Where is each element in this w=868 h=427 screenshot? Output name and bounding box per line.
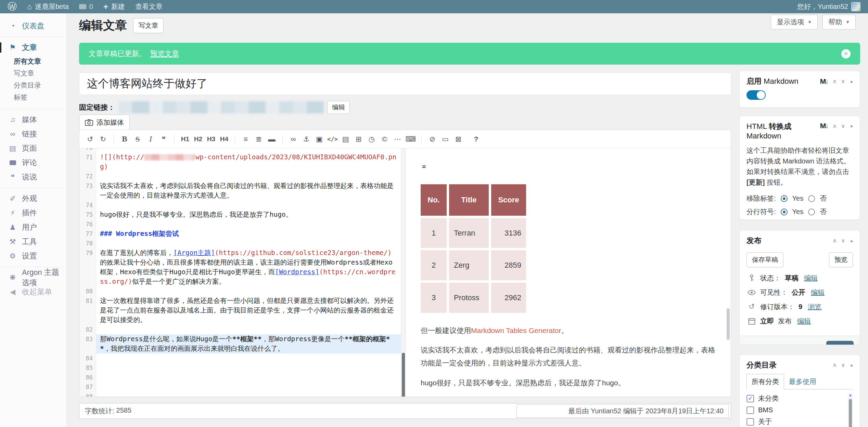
sidebar-item-外观[interactable]: ✐外观 (0, 191, 66, 206)
code-block-icon[interactable]: ▤ (339, 132, 352, 146)
anchor-icon[interactable]: ⚓ (300, 132, 313, 146)
publish-row-edit-link[interactable]: 编辑 (811, 288, 825, 297)
move-up-icon[interactable]: ∧ (833, 362, 837, 368)
redo-icon[interactable]: ↻ (97, 132, 110, 146)
save-draft-button[interactable]: 保存草稿 (746, 252, 783, 267)
editor-line[interactable]: 73说实话我不太喜欢，考虑到以后我会将自己阅读过的书籍、观看过的影视作品整理起来… (79, 181, 405, 200)
undo-icon[interactable]: ↺ (84, 132, 97, 146)
sidebar-item-收起菜单[interactable]: ◀收起菜单 (0, 285, 66, 299)
wordpress-logo-icon[interactable]: Ⓦ (8, 2, 17, 11)
site-link[interactable]: ⌂ 迷鹿屋beta (27, 2, 69, 11)
category-checkbox[interactable] (746, 418, 754, 426)
category-scrollbar-thumb[interactable] (849, 399, 852, 427)
editor-line[interactable]: 70 (79, 148, 405, 152)
collapse-panel-icon[interactable]: ▲ (850, 123, 854, 128)
editor-line[interactable]: 75hugo很好，只是我不够专业。深思熟虑后，我还是放弃了hugo。 (79, 210, 405, 219)
editor-line[interactable]: 77### Wordpress框架尝试 (79, 229, 405, 239)
move-down-icon[interactable]: ∨ (841, 123, 845, 129)
sidebar-item-工具[interactable]: ⚒工具 (0, 235, 66, 249)
preview-button[interactable]: 预览 (829, 252, 853, 267)
editor-line[interactable]: 76 (79, 219, 405, 229)
tab-all-categories[interactable]: 所有分类 (746, 374, 784, 389)
markdown-source-pane[interactable]: 7071![](http://wp-content/uploads/2023/0… (79, 148, 406, 397)
edit-permalink-button[interactable]: 编辑 (327, 101, 350, 114)
heading2-icon[interactable]: H2 (192, 132, 205, 146)
add-new-post-button[interactable]: 写文章 (133, 18, 164, 33)
bold-icon[interactable]: B (118, 132, 131, 146)
move-up-icon[interactable]: ∧ (833, 123, 837, 129)
fullscreen-icon[interactable]: ⊠ (452, 132, 465, 146)
editor-line[interactable]: 81这一次教程显得靠谱了很多，虽然还是会有一些小问题，但都是只要愿意去搜都可以解… (79, 296, 405, 325)
preview-scrollbar-thumb[interactable] (727, 308, 730, 340)
scroll-up-icon[interactable]: ▲ (848, 393, 853, 397)
sidebar-item-设置[interactable]: ⚙设置 (0, 249, 66, 263)
move-down-icon[interactable]: ∨ (841, 78, 845, 84)
sidebar-subitem-标签[interactable]: 标签 (0, 91, 66, 103)
publish-row-edit-link[interactable]: 编辑 (804, 273, 818, 283)
publish-row-edit-link[interactable]: 浏览 (808, 302, 821, 311)
permalink-url-redacted[interactable] (118, 101, 324, 114)
sidebar-item-链接[interactable]: ∞链接 (0, 127, 66, 141)
markdown-icon[interactable]: M↓ (820, 77, 828, 85)
more-icon[interactable]: ⋯ (391, 132, 404, 146)
radio-no[interactable] (808, 195, 815, 202)
editor-line[interactable]: 84 (79, 353, 405, 363)
radio-yes[interactable] (781, 195, 788, 202)
move-up-icon[interactable]: ∧ (833, 78, 837, 84)
preview-post-link[interactable]: 预览文章 (150, 49, 179, 58)
category-checkbox[interactable]: ✓ (746, 395, 754, 402)
inline-code-icon[interactable]: </> (326, 132, 339, 146)
image-icon[interactable]: ▣ (313, 132, 326, 146)
editor-line[interactable]: 78 (79, 239, 405, 248)
screen-options-button[interactable]: 显示选项 ▼ (771, 15, 818, 29)
publish-row-edit-link[interactable]: 编辑 (797, 317, 811, 326)
sidebar-item-仪表盘[interactable]: ◔仪表盘 (0, 19, 66, 33)
sidebar-item-用户[interactable]: ♟用户 (0, 220, 66, 235)
account-menu[interactable]: 您好，Yuntian52 (797, 2, 860, 11)
blockquote-icon[interactable]: ❝ (157, 132, 170, 146)
dismiss-notice-icon[interactable]: ✕ (841, 49, 851, 58)
copyright-icon[interactable]: © (378, 132, 391, 146)
collapse-panel-icon[interactable]: ▲ (850, 363, 854, 368)
post-title-input[interactable]: 这个博客网站终于做好了 (79, 72, 731, 95)
category-checkbox[interactable] (746, 406, 754, 414)
new-menu[interactable]: + 新建 (103, 2, 125, 12)
radio-no[interactable] (808, 209, 815, 215)
unordered-list-icon[interactable]: ≡ (239, 132, 252, 146)
ordered-list-icon[interactable]: ≣ (252, 132, 265, 146)
horizontal-rule-icon[interactable]: ▬ (265, 132, 278, 146)
comments-shortcut[interactable]: 0 (79, 3, 93, 11)
heading3-icon[interactable]: H3 (205, 132, 218, 146)
sidebar-item-Argon 主题选项[interactable]: ❋Argon 主题选项 (0, 270, 66, 285)
view-post-link[interactable]: 查看文章 (135, 2, 163, 11)
insert-link-icon[interactable]: ∞ (287, 132, 300, 146)
preview-link[interactable]: Markdown Tables Generator (471, 326, 561, 334)
editor-line[interactable]: 79在逛了逛别人的博客后，[Argon主题](https://github.co… (79, 248, 405, 286)
move-down-icon[interactable]: ∨ (841, 362, 845, 368)
markdown-toggle[interactable] (746, 90, 766, 100)
publish-button[interactable]: 发布 (826, 341, 854, 345)
sidebar-item-文章[interactable]: ⚑文章 (0, 40, 66, 55)
add-media-button[interactable]: 添加媒体 (79, 115, 130, 130)
move-to-trash-link[interactable]: 移动至回收站 (746, 344, 787, 345)
radio-yes[interactable] (781, 209, 788, 215)
editor-line[interactable]: 85 (79, 363, 405, 373)
sidebar-item-媒体[interactable]: ♫媒体 (0, 112, 66, 127)
sidebar-item-页面[interactable]: ▤页面 (0, 141, 66, 156)
collapse-panel-icon[interactable]: ▲ (850, 238, 854, 243)
move-up-icon[interactable]: ∧ (833, 237, 837, 244)
italic-icon[interactable]: I (144, 132, 157, 146)
sidebar-subitem-分类目录[interactable]: 分类目录 (0, 79, 66, 91)
editor-line[interactable]: 72 (79, 172, 405, 181)
strikethrough-icon[interactable]: S (131, 132, 144, 146)
collapse-panel-icon[interactable]: ▲ (850, 79, 854, 84)
editor-scrollbar[interactable] (401, 148, 405, 397)
help-icon[interactable]: ? (470, 132, 483, 146)
sidebar-item-评论[interactable]: 评论 (0, 156, 66, 170)
editor-line[interactable]: 82 (79, 325, 405, 334)
sidebar-item-插件[interactable]: ⚡插件 (0, 206, 66, 220)
table-icon[interactable]: ⊞ (352, 132, 365, 146)
preview-toggle-icon[interactable]: ⊘ (426, 132, 439, 146)
move-down-icon[interactable]: ∨ (841, 237, 845, 244)
editor-line[interactable]: 80 (79, 286, 405, 296)
